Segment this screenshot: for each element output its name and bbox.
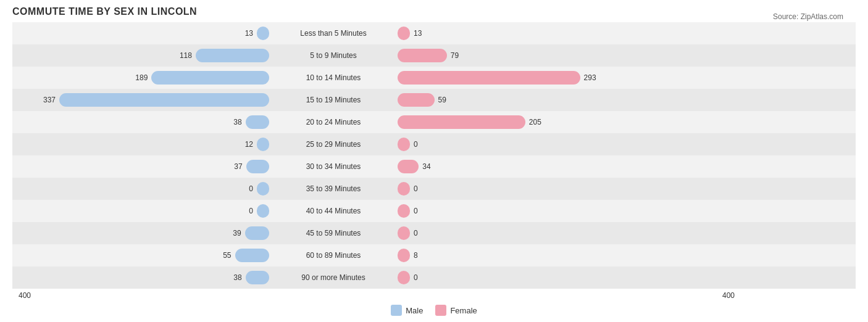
left-section: 0: [12, 204, 272, 218]
male-value: 39: [233, 229, 241, 237]
row-label: 20 to 24 Minutes: [272, 118, 395, 126]
row-label: 10 to 14 Minutes: [272, 73, 395, 82]
male-value: 38: [233, 273, 241, 282]
row-label: 60 to 89 Minutes: [272, 251, 395, 260]
chart-row: 37 30 to 34 Minutes 34: [12, 155, 856, 178]
male-value: 13: [245, 29, 253, 38]
right-section: 59: [395, 93, 741, 107]
bar-female: [398, 160, 419, 173]
chart-title: COMMUTE TIME BY SEX IN LINCOLN: [12, 6, 856, 17]
right-section: 0: [395, 271, 741, 284]
chart-row: 38 20 to 24 Minutes 205: [12, 111, 856, 133]
female-value: 13: [414, 29, 422, 38]
chart-row: 38 90 or more Minutes 0: [12, 266, 856, 289]
left-section: 37: [12, 160, 272, 173]
bar-male: [245, 226, 269, 240]
axis-left-label: 400: [12, 291, 272, 300]
bar-female: [398, 204, 410, 218]
row-label: Less than 5 Minutes: [272, 29, 395, 38]
bar-female: [398, 182, 410, 196]
bar-male: [257, 27, 269, 40]
right-section: 0: [395, 182, 741, 196]
right-section: 0: [395, 226, 741, 240]
male-value: 0: [249, 184, 253, 193]
left-section: 38: [12, 271, 272, 284]
female-value: 59: [438, 96, 446, 104]
male-value: 38: [233, 118, 241, 126]
right-section: 293: [395, 71, 741, 85]
bar-male: [257, 204, 269, 218]
chart-row: 189 10 to 14 Minutes 293: [12, 67, 856, 89]
row-label: 5 to 9 Minutes: [272, 51, 395, 60]
female-value: 0: [414, 229, 418, 237]
bar-female: [398, 71, 580, 85]
left-section: 13: [12, 27, 272, 40]
legend-female: Female: [435, 305, 477, 316]
male-value: 55: [223, 251, 231, 260]
left-section: 189: [12, 71, 272, 85]
axis-right-label: 400: [395, 291, 741, 300]
male-value: 37: [234, 162, 242, 171]
bar-male: [257, 138, 269, 151]
left-section: 337: [12, 93, 272, 107]
row-label: 90 or more Minutes: [272, 273, 395, 282]
legend-male-label: Male: [406, 306, 423, 315]
bar-male: [246, 160, 269, 173]
female-value: 79: [451, 51, 459, 60]
legend-female-label: Female: [450, 306, 477, 315]
axis-row: 400 400: [12, 291, 856, 300]
chart-row: 337 15 to 19 Minutes 59: [12, 89, 856, 111]
male-value: 189: [135, 73, 148, 82]
female-value: 293: [584, 73, 596, 82]
chart-row: 55 60 to 89 Minutes 8: [12, 244, 856, 266]
chart-row: 118 5 to 9 Minutes 79: [12, 44, 856, 67]
right-section: 79: [395, 49, 741, 62]
left-section: 118: [12, 49, 272, 62]
female-value: 34: [422, 162, 430, 171]
bar-male: [246, 271, 269, 284]
left-section: 39: [12, 226, 272, 240]
bar-male: [257, 182, 269, 196]
left-section: 0: [12, 182, 272, 196]
right-section: 205: [395, 115, 741, 129]
female-value: 0: [414, 207, 418, 215]
chart-row: 12 25 to 29 Minutes 0: [12, 133, 856, 155]
bar-female: [398, 93, 435, 107]
legend-male-box: [391, 305, 402, 316]
male-value: 337: [43, 96, 56, 104]
female-value: 0: [414, 273, 418, 282]
right-section: 8: [395, 249, 741, 262]
chart-rows: 13 Less than 5 Minutes 13 118 5 to 9 Min…: [12, 22, 856, 289]
male-value: 12: [245, 140, 253, 149]
row-label: 45 to 59 Minutes: [272, 229, 395, 237]
bar-female: [398, 27, 410, 40]
bar-male: [235, 249, 269, 262]
male-value: 118: [180, 51, 192, 60]
bar-female: [398, 226, 410, 240]
row-label: 30 to 34 Minutes: [272, 162, 395, 171]
row-label: 15 to 19 Minutes: [272, 96, 395, 104]
bar-female: [398, 249, 410, 262]
bar-female: [398, 271, 410, 284]
female-value: 0: [414, 140, 418, 149]
chart-row: 39 45 to 59 Minutes 0: [12, 222, 856, 244]
right-section: 34: [395, 160, 741, 173]
chart-row: 0 40 to 44 Minutes 0: [12, 200, 856, 222]
bar-male: [151, 71, 269, 85]
source-label: Source: ZipAtlas.com: [773, 12, 843, 21]
bar-female: [398, 115, 525, 129]
legend-male: Male: [391, 305, 423, 316]
left-section: 12: [12, 138, 272, 151]
left-section: 55: [12, 249, 272, 262]
female-value: 0: [414, 184, 418, 193]
right-section: 13: [395, 27, 741, 40]
female-value: 205: [529, 118, 541, 126]
legend-female-box: [435, 305, 446, 316]
right-section: 0: [395, 204, 741, 218]
row-label: 25 to 29 Minutes: [272, 140, 395, 149]
bar-female: [398, 49, 447, 62]
bar-male: [196, 49, 269, 62]
row-label: 35 to 39 Minutes: [272, 184, 395, 193]
legend: Male Female: [12, 305, 856, 316]
bar-female: [398, 138, 410, 151]
